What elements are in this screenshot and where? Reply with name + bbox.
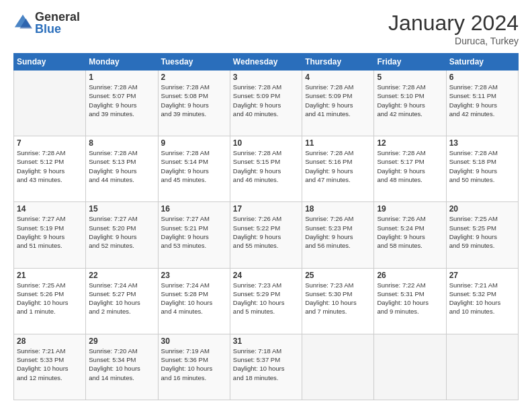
calendar-table: SundayMondayTuesdayWednesdayThursdayFrid… xyxy=(13,53,519,400)
day-info: Sunrise: 7:21 AM Sunset: 5:33 PM Dayligh… xyxy=(17,347,83,382)
header-cell-tuesday: Tuesday xyxy=(158,54,230,71)
day-info: Sunrise: 7:28 AM Sunset: 5:09 PM Dayligh… xyxy=(305,83,371,118)
day-number: 17 xyxy=(233,204,299,214)
day-number: 18 xyxy=(305,204,371,214)
day-number: 21 xyxy=(17,271,83,280)
day-number: 1 xyxy=(89,73,154,82)
week-row-1: 7Sunrise: 7:28 AM Sunset: 5:12 PM Daylig… xyxy=(14,136,519,202)
day-info: Sunrise: 7:26 AM Sunset: 5:24 PM Dayligh… xyxy=(377,214,443,250)
day-info: Sunrise: 7:28 AM Sunset: 5:08 PM Dayligh… xyxy=(161,83,227,118)
day-number: 3 xyxy=(233,73,299,82)
day-info: Sunrise: 7:25 AM Sunset: 5:25 PM Dayligh… xyxy=(449,214,515,250)
day-cell: 29Sunrise: 7:20 AM Sunset: 5:34 PM Dayli… xyxy=(86,334,158,400)
day-info: Sunrise: 7:20 AM Sunset: 5:34 PM Dayligh… xyxy=(89,347,154,382)
logo-blue: Blue xyxy=(35,23,80,35)
header-cell-sunday: Sunday xyxy=(14,54,86,71)
day-number: 14 xyxy=(17,204,83,214)
day-cell: 7Sunrise: 7:28 AM Sunset: 5:12 PM Daylig… xyxy=(14,136,86,202)
week-row-4: 28Sunrise: 7:21 AM Sunset: 5:33 PM Dayli… xyxy=(14,334,519,400)
day-number: 8 xyxy=(89,138,154,148)
day-cell: 24Sunrise: 7:23 AM Sunset: 5:29 PM Dayli… xyxy=(230,268,302,334)
day-cell xyxy=(14,71,86,136)
day-cell: 27Sunrise: 7:21 AM Sunset: 5:32 PM Dayli… xyxy=(446,268,518,334)
day-number: 13 xyxy=(449,138,515,148)
week-row-3: 21Sunrise: 7:25 AM Sunset: 5:26 PM Dayli… xyxy=(14,268,519,334)
day-cell: 26Sunrise: 7:22 AM Sunset: 5:31 PM Dayli… xyxy=(374,268,446,334)
day-number: 24 xyxy=(233,271,299,280)
day-info: Sunrise: 7:28 AM Sunset: 5:07 PM Dayligh… xyxy=(89,83,154,118)
day-cell: 10Sunrise: 7:28 AM Sunset: 5:15 PM Dayli… xyxy=(230,136,302,202)
day-info: Sunrise: 7:22 AM Sunset: 5:31 PM Dayligh… xyxy=(377,281,443,316)
day-cell: 11Sunrise: 7:28 AM Sunset: 5:16 PM Dayli… xyxy=(302,136,374,202)
day-info: Sunrise: 7:28 AM Sunset: 5:13 PM Dayligh… xyxy=(89,148,154,184)
day-info: Sunrise: 7:27 AM Sunset: 5:20 PM Dayligh… xyxy=(89,214,154,250)
header-cell-wednesday: Wednesday xyxy=(230,54,302,71)
day-cell: 19Sunrise: 7:26 AM Sunset: 5:24 PM Dayli… xyxy=(374,202,446,268)
header: General Blue January 2024 Duruca, Turkey xyxy=(13,11,519,46)
day-cell: 17Sunrise: 7:26 AM Sunset: 5:22 PM Dayli… xyxy=(230,202,302,268)
day-cell: 14Sunrise: 7:27 AM Sunset: 5:19 PM Dayli… xyxy=(14,202,86,268)
day-number: 11 xyxy=(305,138,371,148)
day-cell: 21Sunrise: 7:25 AM Sunset: 5:26 PM Dayli… xyxy=(14,268,86,334)
day-cell: 13Sunrise: 7:28 AM Sunset: 5:18 PM Dayli… xyxy=(446,136,518,202)
day-cell: 8Sunrise: 7:28 AM Sunset: 5:13 PM Daylig… xyxy=(86,136,158,202)
day-cell: 4Sunrise: 7:28 AM Sunset: 5:09 PM Daylig… xyxy=(302,71,374,136)
day-info: Sunrise: 7:28 AM Sunset: 5:14 PM Dayligh… xyxy=(161,148,227,184)
day-cell: 5Sunrise: 7:28 AM Sunset: 5:10 PM Daylig… xyxy=(374,71,446,136)
day-info: Sunrise: 7:25 AM Sunset: 5:26 PM Dayligh… xyxy=(17,281,83,316)
day-number: 16 xyxy=(161,204,227,214)
day-number: 20 xyxy=(449,204,515,214)
day-number: 2 xyxy=(161,73,227,82)
day-number: 29 xyxy=(89,336,154,346)
day-info: Sunrise: 7:24 AM Sunset: 5:27 PM Dayligh… xyxy=(89,281,154,316)
location: Duruca, Turkey xyxy=(388,36,519,46)
day-info: Sunrise: 7:27 AM Sunset: 5:21 PM Dayligh… xyxy=(161,214,227,250)
day-cell: 6Sunrise: 7:28 AM Sunset: 5:11 PM Daylig… xyxy=(446,71,518,136)
day-number: 26 xyxy=(377,271,443,280)
day-number: 12 xyxy=(377,138,443,148)
day-number: 10 xyxy=(233,138,299,148)
day-number: 7 xyxy=(17,138,83,148)
header-row: SundayMondayTuesdayWednesdayThursdayFrid… xyxy=(14,54,519,71)
week-row-0: 1Sunrise: 7:28 AM Sunset: 5:07 PM Daylig… xyxy=(14,71,519,136)
day-cell: 9Sunrise: 7:28 AM Sunset: 5:14 PM Daylig… xyxy=(158,136,230,202)
day-info: Sunrise: 7:28 AM Sunset: 5:09 PM Dayligh… xyxy=(233,83,299,118)
day-number: 15 xyxy=(89,204,154,214)
month-title: January 2024 xyxy=(388,11,519,36)
logo: General Blue xyxy=(13,11,80,35)
logo-general: General xyxy=(35,11,80,23)
day-number: 19 xyxy=(377,204,443,214)
page: General Blue January 2024 Duruca, Turkey… xyxy=(0,0,532,411)
day-info: Sunrise: 7:23 AM Sunset: 5:29 PM Dayligh… xyxy=(233,281,299,316)
day-cell: 31Sunrise: 7:18 AM Sunset: 5:37 PM Dayli… xyxy=(230,334,302,400)
day-info: Sunrise: 7:28 AM Sunset: 5:16 PM Dayligh… xyxy=(305,148,371,184)
calendar-body: 1Sunrise: 7:28 AM Sunset: 5:07 PM Daylig… xyxy=(14,71,519,400)
header-cell-saturday: Saturday xyxy=(446,54,518,71)
day-info: Sunrise: 7:28 AM Sunset: 5:15 PM Dayligh… xyxy=(233,148,299,184)
logo-text: General Blue xyxy=(35,11,80,35)
day-cell: 12Sunrise: 7:28 AM Sunset: 5:17 PM Dayli… xyxy=(374,136,446,202)
day-info: Sunrise: 7:21 AM Sunset: 5:32 PM Dayligh… xyxy=(449,281,515,316)
day-info: Sunrise: 7:26 AM Sunset: 5:23 PM Dayligh… xyxy=(305,214,371,250)
calendar-header: SundayMondayTuesdayWednesdayThursdayFrid… xyxy=(14,54,519,71)
day-cell xyxy=(302,334,374,400)
day-cell: 18Sunrise: 7:26 AM Sunset: 5:23 PM Dayli… xyxy=(302,202,374,268)
day-number: 4 xyxy=(305,73,371,82)
day-info: Sunrise: 7:28 AM Sunset: 5:18 PM Dayligh… xyxy=(449,148,515,184)
day-cell: 25Sunrise: 7:23 AM Sunset: 5:30 PM Dayli… xyxy=(302,268,374,334)
day-info: Sunrise: 7:28 AM Sunset: 5:10 PM Dayligh… xyxy=(377,83,443,118)
day-cell: 15Sunrise: 7:27 AM Sunset: 5:20 PM Dayli… xyxy=(86,202,158,268)
day-number: 23 xyxy=(161,271,227,280)
day-info: Sunrise: 7:18 AM Sunset: 5:37 PM Dayligh… xyxy=(233,347,299,382)
day-info: Sunrise: 7:23 AM Sunset: 5:30 PM Dayligh… xyxy=(305,281,371,316)
day-info: Sunrise: 7:19 AM Sunset: 5:36 PM Dayligh… xyxy=(161,347,227,382)
logo-icon xyxy=(13,13,32,32)
day-cell: 1Sunrise: 7:28 AM Sunset: 5:07 PM Daylig… xyxy=(86,71,158,136)
day-info: Sunrise: 7:28 AM Sunset: 5:12 PM Dayligh… xyxy=(17,148,83,184)
day-number: 5 xyxy=(377,73,443,82)
day-number: 22 xyxy=(89,271,154,280)
day-info: Sunrise: 7:26 AM Sunset: 5:22 PM Dayligh… xyxy=(233,214,299,250)
day-number: 27 xyxy=(449,271,515,280)
day-cell xyxy=(446,334,518,400)
day-info: Sunrise: 7:24 AM Sunset: 5:28 PM Dayligh… xyxy=(161,281,227,316)
